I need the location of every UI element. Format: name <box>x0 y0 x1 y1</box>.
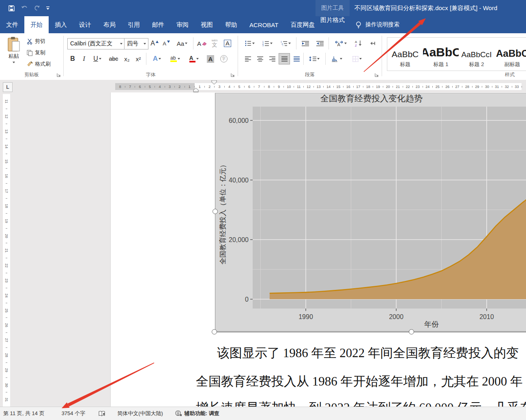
justify-button[interactable] <box>279 54 290 64</box>
italic-button[interactable]: I <box>79 54 88 64</box>
horizontal-ruler-margin[interactable]: 87654321 <box>115 83 195 90</box>
style-label: 标题 2 <box>469 61 484 68</box>
bullets-button[interactable] <box>243 38 257 49</box>
vertical-ruler[interactable]: 1112131415161718192021222324252627282930… <box>3 94 10 407</box>
accessibility-status[interactable]: 辅助功能: 调查 <box>170 407 224 420</box>
language-indicator[interactable]: 简体中文(中国大陆) <box>112 407 168 420</box>
styles-group-label: 样式 <box>383 71 526 78</box>
change-case-button[interactable]: Aa <box>174 38 190 49</box>
tab-设计[interactable]: 设计 <box>73 16 97 33</box>
cut-button[interactable]: 剪切 <box>27 36 51 46</box>
paste-dropdown-icon[interactable] <box>13 62 15 63</box>
distributed-button[interactable] <box>291 54 302 64</box>
paragraph-line-1[interactable]: 该图显示了 1986 年至 2022 年间全国教育经费投入的变 <box>217 345 526 362</box>
decrease-indent-button[interactable] <box>299 38 311 49</box>
document-area[interactable]: 1112131415161718192021222324252627282930… <box>0 92 526 407</box>
strikethrough-button[interactable]: abc <box>107 54 120 64</box>
borders-button[interactable] <box>348 54 366 64</box>
align-right-button[interactable] <box>267 54 277 64</box>
increase-indent-button[interactable] <box>314 38 326 49</box>
tab-ACROBAT[interactable]: ACROBAT <box>243 16 284 33</box>
align-right-icon <box>269 56 275 62</box>
highlight-button[interactable]: ab <box>167 54 183 64</box>
align-left-button[interactable] <box>243 54 253 64</box>
redo-icon[interactable] <box>34 5 40 11</box>
page-number-indicator[interactable]: 第 11 页, 共 14 页 <box>0 407 49 420</box>
svg-text:3: 3 <box>262 44 264 46</box>
character-border-button[interactable]: A <box>222 38 233 49</box>
align-left-icon <box>245 56 251 62</box>
first-line-indent-marker[interactable] <box>211 80 217 85</box>
shrink-font-button[interactable]: A <box>161 38 171 49</box>
multilevel-list-button[interactable]: 1ai <box>277 38 294 49</box>
paragraph-line-2[interactable]: 全国教育经费投入从 1986 年开始逐年增加，尤其在 2000 年 <box>196 373 526 390</box>
tab-帮助[interactable]: 帮助 <box>219 16 243 33</box>
font-name-combo[interactable]: Calibri (西文正文 <box>67 38 125 49</box>
character-shading-button[interactable]: A <box>205 54 216 64</box>
font-group-label: 字体 <box>64 71 237 78</box>
style-标题 1[interactable]: AaBbC标题 1 <box>423 38 459 71</box>
paragraph-line-3[interactable]: 增长速度显著加快，到 2022 年达到了约 60,000 亿元，几乎在每 <box>196 399 526 407</box>
word-count-indicator[interactable]: 3754 个字 <box>57 407 90 420</box>
numbering-button[interactable]: 123 <box>260 38 275 49</box>
svg-text:0: 0 <box>245 296 249 303</box>
qat-customize-icon[interactable] <box>46 6 50 10</box>
show-marks-button[interactable] <box>367 38 378 49</box>
tab-图片格式[interactable]: 图片格式 <box>316 16 350 24</box>
superscript-button[interactable]: x² <box>133 54 144 64</box>
font-name-value: Calibri (西文正文 <box>70 40 112 47</box>
copy-button[interactable]: 复制 <box>27 48 51 58</box>
undo-icon[interactable] <box>21 5 28 11</box>
underline-button[interactable]: U <box>90 54 105 64</box>
tab-selector[interactable]: L <box>3 82 13 92</box>
down-caret-icon <box>167 41 170 43</box>
tab-布局[interactable]: 布局 <box>97 16 122 33</box>
font-group: Calibri (西文正文 四号 A A Aa A wén文 A B I U a… <box>64 33 237 79</box>
clipboard-group: 粘贴 剪切 复制 <box>0 33 63 79</box>
tab-文件[interactable]: 文件 <box>0 16 24 33</box>
text-effects-button[interactable]: A <box>149 54 165 64</box>
subscript-button[interactable]: x₂ <box>122 54 132 64</box>
shading-button[interactable] <box>328 54 346 64</box>
copy-icon <box>27 50 33 56</box>
style-标题 2[interactable]: AaBbCcI标题 2 <box>459 38 494 71</box>
font-color-button[interactable]: A <box>186 54 202 64</box>
tab-邮件[interactable]: 邮件 <box>146 16 170 33</box>
style-label: 标题 1 <box>434 61 449 68</box>
horizontal-ruler[interactable]: 1234567891011121314151617181920212223242… <box>195 83 522 90</box>
svg-text:1990: 1990 <box>298 313 313 320</box>
tell-me-search[interactable]: 操作说明搜索 <box>355 16 399 33</box>
tab-视图[interactable]: 视图 <box>195 16 219 33</box>
bold-button[interactable]: B <box>68 54 77 64</box>
tab-审阅[interactable]: 审阅 <box>170 16 195 33</box>
tab-插入[interactable]: 插入 <box>49 16 73 33</box>
asian-layout-button[interactable]: A <box>332 38 350 49</box>
increase-indent-icon <box>316 41 324 46</box>
style-标题[interactable]: AaBbC标题 <box>387 38 423 71</box>
resize-handle-left[interactable] <box>213 209 218 214</box>
style-副标题[interactable]: AaBbC副标题 <box>494 38 526 71</box>
resize-handle-bottom-left[interactable] <box>212 329 217 334</box>
tab-引用[interactable]: 引用 <box>122 16 146 33</box>
paste-button[interactable]: 粘贴 <box>4 36 24 63</box>
resize-handle-bottom-center[interactable] <box>409 329 414 334</box>
tab-开始[interactable]: 开始 <box>24 16 49 33</box>
format-painter-button[interactable]: 格式刷 <box>27 59 51 69</box>
align-center-button[interactable] <box>255 54 265 64</box>
font-dialog-launcher-icon[interactable] <box>230 72 236 78</box>
up-caret-icon <box>156 41 159 43</box>
sort-icon: AZ <box>355 40 362 47</box>
paragraph-dialog-launcher-icon[interactable] <box>374 72 380 78</box>
save-icon[interactable] <box>8 5 15 12</box>
chart-image[interactable]: 199020002010020,00040,00060,000全国教育经费投入变… <box>215 93 526 332</box>
line-spacing-button[interactable] <box>306 54 323 64</box>
grow-font-button[interactable]: A <box>149 38 160 49</box>
font-size-combo[interactable]: 四号 <box>124 38 148 49</box>
sort-button[interactable]: AZ <box>353 38 364 49</box>
clear-formatting-button[interactable]: A <box>196 38 208 49</box>
svg-text:i: i <box>283 44 283 46</box>
proofing-status[interactable] <box>93 407 111 420</box>
enclose-characters-button[interactable]: 字 <box>218 54 230 64</box>
phonetic-guide-button[interactable]: wén文 <box>209 36 220 50</box>
clipboard-dialog-launcher-icon[interactable] <box>56 72 62 78</box>
